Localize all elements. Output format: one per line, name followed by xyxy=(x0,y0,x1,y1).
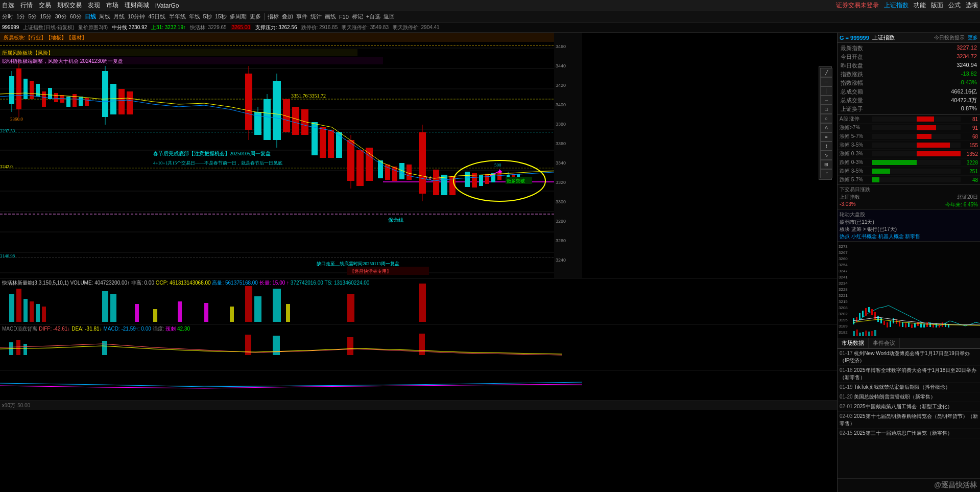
tf-5sec[interactable]: 5秒 xyxy=(203,13,212,20)
layout-btn[interactable]: 版面 xyxy=(931,1,943,10)
svg-rect-36 xyxy=(36,84,40,97)
return-btn[interactable]: 返回 xyxy=(384,13,395,20)
login-status[interactable]: 证券交易未登录 xyxy=(836,1,879,10)
volume-label: 总成交量 xyxy=(841,97,863,104)
open-value: 3234.72 xyxy=(957,53,977,61)
info-name: 上证指数(日线-箱复权) xyxy=(23,24,74,31)
scale-label: 50.00 xyxy=(17,403,30,408)
draw-wave-btn[interactable]: ∿ xyxy=(820,151,832,160)
tf-half-year[interactable]: 半年线 xyxy=(169,13,186,20)
svg-rect-180 xyxy=(853,318,854,324)
chart-area[interactable]: 所属板块:【行业】【地板】【题材】 所属风险板块【风险】 聪明指数极端调整，风险… xyxy=(0,33,837,492)
options-btn[interactable]: 选项 xyxy=(966,1,978,10)
tf-15sec[interactable]: 15秒 xyxy=(215,13,227,20)
chart-main-area[interactable]: 所属板块:【行业】【地板】【题材】 所属风险板块【风险】 聪明指数极端调整，风险… xyxy=(0,33,837,278)
menu-item-qiquan[interactable]: 期权交易 xyxy=(57,1,82,10)
exchange-value: 0.87% xyxy=(961,105,977,113)
draw-channel-btn[interactable]: ⌇ xyxy=(820,142,832,151)
draw-text-btn[interactable]: A xyxy=(820,123,832,132)
latest-value: 3227.12 xyxy=(957,44,977,52)
svg-rect-38 xyxy=(48,88,52,99)
svg-rect-87 xyxy=(485,174,489,184)
func-btn[interactable]: 功能 xyxy=(914,1,926,10)
menu-item-licai[interactable]: 理财商城 xyxy=(125,1,149,10)
draw-sector-btn[interactable]: ◜ xyxy=(820,169,832,178)
macd-label: MACD顶底背离 xyxy=(2,326,37,332)
rise-5-7-val: 68 xyxy=(963,134,978,139)
drawing-tools-panel[interactable]: ╱ ─ │ → □ ○ A ≡ ⌇ ∿ ⊞ ◜ xyxy=(819,66,832,180)
news-item-3: 01-20 美国总统特朗普宣誓就职（新零售） xyxy=(838,392,980,402)
bei20-label: 北证20日 xyxy=(957,194,978,201)
svg-rect-37 xyxy=(42,91,46,107)
stats-btn[interactable]: 统计 xyxy=(310,13,322,20)
draw-btn[interactable]: 画线 xyxy=(325,13,336,20)
menu-item-shichang[interactable]: 市场 xyxy=(106,1,118,10)
tf-45day[interactable]: 45日线 xyxy=(148,13,165,20)
svg-rect-86 xyxy=(479,175,483,186)
year-pct: 今年来: 6.45% xyxy=(945,201,978,208)
amount-value: 4662.16亿 xyxy=(951,88,977,96)
tf-1[interactable]: 1分 xyxy=(16,13,25,20)
overlay-btn[interactable]: 叠加 xyxy=(282,13,293,20)
tf-10min[interactable]: 10分钟 xyxy=(128,13,145,20)
tf-daily[interactable]: 日线 xyxy=(85,13,96,20)
rise-7-val: 91 xyxy=(963,125,978,131)
tf-multiperiod[interactable]: 多周期 xyxy=(230,13,247,20)
fall-5-7-val: 48 xyxy=(963,177,978,183)
menu-item-ivatargo[interactable]: iVatarGo xyxy=(155,2,179,9)
tf-monthly[interactable]: 月线 xyxy=(113,13,125,20)
draw-hline-btn[interactable]: ─ xyxy=(820,77,832,86)
f10-btn[interactable]: F10 xyxy=(339,14,349,20)
svg-text:3208: 3208 xyxy=(839,306,848,310)
svg-rect-28 xyxy=(9,76,14,104)
tf-weekly[interactable]: 周线 xyxy=(99,13,110,20)
menu-item-zixuan[interactable]: 自选 xyxy=(2,1,14,10)
more-button[interactable]: 更多 xyxy=(968,34,978,41)
tf-1min[interactable]: 分时 xyxy=(2,13,13,20)
tf-30[interactable]: 30分 xyxy=(55,13,67,20)
event-btn[interactable]: 事件 xyxy=(296,13,307,20)
tf-more[interactable]: 更多 xyxy=(250,13,261,20)
market-event-tabs: 市场数据 事件会议 xyxy=(838,338,980,348)
menu-item-faxian[interactable]: 发现 xyxy=(88,1,100,10)
svg-text:3351.76∶3351.72: 3351.76∶3351.72 xyxy=(291,93,326,99)
draw-fib-btn[interactable]: ≡ xyxy=(820,132,832,142)
svg-rect-130 xyxy=(36,304,40,322)
total-amount-row: 总成交额 4662.16亿 xyxy=(839,87,979,96)
tf-5[interactable]: 5分 xyxy=(28,13,37,20)
tf-year[interactable]: 年线 xyxy=(189,13,200,20)
svg-text:3267: 3267 xyxy=(839,250,848,255)
tf-15[interactable]: 15分 xyxy=(40,13,52,20)
draw-line-btn[interactable]: ╱ xyxy=(820,68,832,77)
event-tab[interactable]: 事件会议 xyxy=(869,338,900,348)
draw-ellipse-btn[interactable]: ○ xyxy=(820,114,832,123)
menu-item-hangqing[interactable]: 行情 xyxy=(20,1,33,10)
svg-rect-131 xyxy=(42,307,46,322)
index-label[interactable]: 上证指数 xyxy=(884,1,909,10)
draw-gann-btn[interactable]: ⊞ xyxy=(820,160,832,169)
mark-btn[interactable]: 标记 xyxy=(352,13,363,20)
fall-0-3-label: 跌幅 0-3% xyxy=(840,159,870,166)
formula-btn[interactable]: 公式 xyxy=(948,1,961,10)
watermark-area: @逐昌快活林 xyxy=(838,478,980,492)
svg-rect-135 xyxy=(254,296,261,322)
svg-rect-133 xyxy=(110,294,116,322)
prev-close-row: 昨日收盘 3240.94 xyxy=(839,61,979,70)
svg-rect-147 xyxy=(16,340,20,355)
menu-item-jiaoyi[interactable]: 交易 xyxy=(39,1,51,10)
svg-text:3195: 3195 xyxy=(839,318,848,322)
indicator-btn[interactable]: 指标 xyxy=(268,13,279,20)
svg-rect-68 xyxy=(347,140,354,181)
fall-3-5-bar xyxy=(872,169,961,174)
favorite-btn[interactable]: +自选 xyxy=(366,13,380,20)
trade-day-stats: 下交易日涨跌 上证指数 北证20日 -3.03% 今年来: 6.45% xyxy=(838,184,980,209)
status-text: x10万 xyxy=(2,402,15,409)
draw-rect-btn[interactable]: □ xyxy=(820,105,832,114)
svg-rect-43 xyxy=(79,97,83,106)
svg-rect-175 xyxy=(862,332,864,336)
draw-arrow-btn[interactable]: → xyxy=(820,96,832,105)
market-data-tab[interactable]: 市场数据 xyxy=(838,338,869,348)
svg-text:3240: 3240 xyxy=(556,257,566,263)
draw-vline-btn[interactable]: │ xyxy=(820,86,832,96)
tf-60[interactable]: 60分 xyxy=(70,13,82,20)
